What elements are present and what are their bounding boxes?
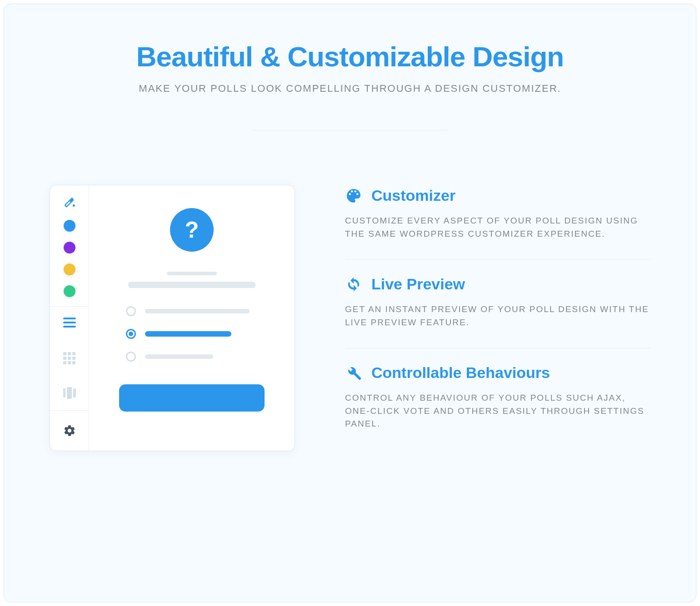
- settings-cell: [50, 411, 89, 451]
- feature-live-preview: Live Preview Get an instant preview of y…: [345, 259, 650, 348]
- color-swatch-orange: [64, 263, 75, 275]
- refresh-icon: [345, 276, 362, 293]
- radio-icon: [126, 352, 136, 362]
- feature-title: Customizer: [371, 187, 455, 204]
- feature-description: Control any behaviour of your polls such…: [345, 392, 650, 431]
- customizer-window: ?: [50, 185, 295, 451]
- layout-mode-list: [50, 307, 89, 341]
- color-swatch-green: [64, 285, 75, 297]
- poll-options: [126, 306, 258, 362]
- section-subtitle: Make your polls look compelling through …: [50, 83, 650, 94]
- question-bubble: ?: [170, 208, 214, 252]
- section-divider: [252, 130, 448, 130]
- poll-option-selected: [126, 329, 258, 339]
- color-swatch-group: [50, 185, 89, 307]
- radio-icon: [126, 306, 136, 316]
- feature-title: Controllable Behaviours: [371, 364, 550, 382]
- color-swatch-purple: [64, 242, 75, 253]
- feature-heading: Live Preview: [345, 275, 650, 293]
- layout-mode-cards: [50, 376, 89, 410]
- feature-description: Get an instant preview of your poll desi…: [345, 303, 650, 329]
- grid-icon: [63, 352, 76, 365]
- poll-subtitle-placeholder: [128, 282, 255, 288]
- vote-button: [119, 384, 265, 412]
- feature-heading: Customizer: [345, 187, 650, 204]
- layout-mode-grid: [50, 341, 89, 376]
- list-icon: [63, 318, 76, 330]
- poll-option: [126, 306, 258, 316]
- radio-selected-icon: [126, 329, 136, 339]
- feature-customizer: Customizer Customize every aspect of you…: [345, 185, 650, 259]
- feature-panel: Beautiful & Customizable Design Make you…: [4, 4, 696, 602]
- option-bar-selected: [145, 331, 231, 337]
- section-title: Beautiful & Customizable Design: [50, 40, 650, 73]
- svg-point-0: [72, 204, 75, 207]
- option-bar: [145, 354, 213, 359]
- poll-preview: ?: [89, 185, 295, 451]
- feature-title: Live Preview: [371, 275, 465, 293]
- features-list: Customizer Customize every aspect of you…: [345, 185, 650, 450]
- option-bar: [145, 309, 250, 313]
- wrench-icon: [345, 364, 362, 382]
- section-columns: ?: [50, 185, 650, 451]
- palette-icon: [345, 187, 362, 204]
- feature-description: Customize every aspect of your poll desi…: [345, 214, 650, 240]
- gear-icon: [63, 424, 76, 437]
- layout-mode-group: [50, 307, 89, 411]
- cards-icon: [63, 387, 76, 399]
- color-swatch-blue: [64, 220, 75, 232]
- fill-bucket-icon: [62, 194, 77, 210]
- customizer-sidebar: [50, 185, 89, 451]
- poll-title-placeholder: [167, 272, 217, 275]
- feature-heading: Controllable Behaviours: [345, 364, 650, 382]
- poll-option: [126, 352, 258, 362]
- section-heading: Beautiful & Customizable Design Make you…: [50, 40, 650, 94]
- customizer-mock: ?: [50, 185, 295, 451]
- feature-behaviours: Controllable Behaviours Control any beha…: [345, 348, 650, 450]
